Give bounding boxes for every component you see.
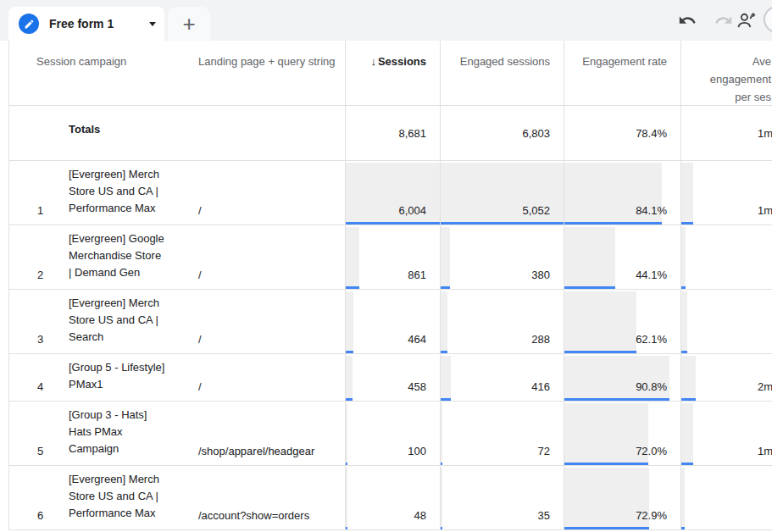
column-header-engagement-rate[interactable]: Engagement rate xyxy=(564,41,680,106)
totals-landing-cell xyxy=(198,106,345,160)
value-bar xyxy=(564,291,636,353)
value-bar xyxy=(441,227,450,289)
landing-page-cell[interactable]: / xyxy=(198,161,345,224)
table-body: 1[Evergreen] MerchStore US and CA |Perfo… xyxy=(9,161,772,530)
value-bar xyxy=(441,403,442,465)
sessions-cell[interactable]: 861 xyxy=(345,225,440,289)
totals-label: Totals xyxy=(69,106,198,160)
row-index: 3 xyxy=(9,290,69,353)
engaged-cell[interactable]: 380 xyxy=(440,225,564,289)
partial-circle-icon[interactable] xyxy=(764,6,772,33)
report-tab-freeform[interactable]: Free form 1 xyxy=(8,7,164,41)
session-campaign-cell[interactable]: [Evergreen] MerchStore US and CA |Perfor… xyxy=(69,466,198,529)
session-campaign-cell[interactable]: [Group 5 - Lifestyle]PMax1 xyxy=(69,354,198,401)
totals-rate-cell: 78.4% xyxy=(564,106,680,160)
row-index: 5 xyxy=(9,402,69,465)
add-tab-button[interactable]: + xyxy=(168,7,210,41)
undo-button[interactable] xyxy=(678,11,697,33)
value-bar xyxy=(346,227,359,289)
table-header-row: Session campaign Landing page + query st… xyxy=(9,41,772,106)
redo-icon xyxy=(714,11,733,30)
plus-icon: + xyxy=(182,13,195,35)
row-index: 6 xyxy=(9,466,69,529)
value-bar xyxy=(441,468,442,529)
landing-page-cell[interactable]: / xyxy=(198,354,345,401)
sessions-cell[interactable]: 458 xyxy=(345,354,440,401)
value-bar xyxy=(681,356,696,401)
table-row: 1[Evergreen] MerchStore US and CA |Perfo… xyxy=(9,161,772,225)
value-bar xyxy=(681,227,686,289)
landing-page-cell[interactable]: / xyxy=(198,225,345,289)
column-header-session-campaign[interactable]: Session campaign xyxy=(9,41,198,106)
session-campaign-cell[interactable]: [Evergreen] MerchStore US and CA |Perfor… xyxy=(69,161,198,224)
column-header-engaged-sessions[interactable]: Engaged sessions xyxy=(440,41,564,106)
totals-engaged-cell: 6,803 xyxy=(440,106,564,160)
table-row: 5[Group 3 - Hats]Hats PMaxCampaign/shop/… xyxy=(9,402,772,466)
totals-sessions-cell: 8,681 xyxy=(345,106,440,160)
value-bar xyxy=(346,468,347,529)
value-bar xyxy=(681,291,687,353)
share-users-button[interactable] xyxy=(736,9,758,35)
value-bar xyxy=(564,227,615,289)
session-campaign-cell[interactable]: [Evergreen] MerchStore US and CA |Search xyxy=(69,290,198,353)
sessions-cell[interactable]: 6,004 xyxy=(345,161,440,224)
totals-avg-cell: 1m xyxy=(680,106,772,160)
avg-cell[interactable] xyxy=(680,225,772,289)
freeform-table: Session campaign Landing page + query st… xyxy=(8,41,772,530)
row-index: 1 xyxy=(9,161,69,224)
sessions-cell[interactable]: 100 xyxy=(345,402,440,465)
landing-page-cell[interactable]: /account?show=orders xyxy=(198,466,345,529)
avg-cell[interactable] xyxy=(680,466,772,529)
engaged-cell[interactable]: 72 xyxy=(440,402,564,465)
avg-cell[interactable]: 1m xyxy=(680,161,772,224)
engaged-cell[interactable]: 288 xyxy=(440,290,564,353)
chevron-down-icon[interactable] xyxy=(149,22,156,26)
sort-descending-icon: ↓ xyxy=(370,55,376,68)
value-bar xyxy=(441,356,451,401)
rate-cell[interactable]: 72.0% xyxy=(564,402,680,465)
explore-report: Free form 1 + xyxy=(0,0,772,532)
sessions-cell[interactable]: 464 xyxy=(345,290,440,353)
session-campaign-cell[interactable]: [Group 3 - Hats]Hats PMaxCampaign xyxy=(69,402,198,465)
engaged-cell[interactable]: 5,052 xyxy=(440,161,564,224)
rate-cell[interactable]: 84.1% xyxy=(564,161,680,224)
landing-page-cell[interactable]: /shop/apparel/headgear xyxy=(198,402,345,465)
add-person-icon xyxy=(736,9,758,31)
table-row: 6[Evergreen] MerchStore US and CA |Perfo… xyxy=(9,466,772,530)
rate-cell[interactable]: 44.1% xyxy=(564,225,680,289)
sessions-cell[interactable]: 48 xyxy=(345,466,440,529)
engaged-cell[interactable]: 416 xyxy=(440,354,564,401)
rate-cell[interactable]: 90.8% xyxy=(564,354,680,401)
session-campaign-cell[interactable]: [Evergreen] GoogleMerchandise Store| Dem… xyxy=(69,225,198,289)
row-index: 2 xyxy=(9,225,69,289)
table-row: 3[Evergreen] MerchStore US and CA |Searc… xyxy=(9,290,772,354)
landing-page-cell[interactable]: / xyxy=(198,290,345,353)
avg-cell[interactable]: 1m xyxy=(680,402,772,465)
undo-icon xyxy=(678,11,697,30)
value-bar xyxy=(441,291,447,353)
totals-row: Totals 8,681 6,803 78.4% 1m xyxy=(9,106,772,161)
tab-title: Free form 1 xyxy=(49,17,114,30)
table-row: 2[Evergreen] GoogleMerchandise Store| De… xyxy=(9,225,772,290)
value-bar xyxy=(681,468,685,529)
column-header-sessions[interactable]: ↓Sessions xyxy=(345,41,440,106)
rate-cell[interactable]: 62.1% xyxy=(564,290,680,353)
value-bar xyxy=(564,356,669,401)
avg-cell[interactable] xyxy=(680,290,772,353)
value-bar xyxy=(346,291,353,353)
engaged-cell[interactable]: 35 xyxy=(440,466,564,529)
avg-cell[interactable]: 2m xyxy=(680,354,772,401)
value-bar xyxy=(346,356,353,401)
row-index: 4 xyxy=(9,354,69,401)
table-row: 4[Group 5 - Lifestyle]PMax1/45841690.8%2… xyxy=(9,354,772,402)
tab-bar: Free form 1 + xyxy=(0,0,772,41)
column-header-landing-page[interactable]: Landing page + query string xyxy=(198,41,345,106)
redo-button[interactable] xyxy=(714,11,733,33)
rate-cell[interactable]: 72.9% xyxy=(564,466,680,529)
value-bar xyxy=(346,403,347,465)
edit-pencil-icon xyxy=(19,14,39,34)
column-header-avg-engagement[interactable]: Ave engagement per ses xyxy=(680,41,772,106)
value-bar xyxy=(681,403,693,465)
value-bar xyxy=(681,163,693,224)
totals-index-cell xyxy=(9,106,69,160)
